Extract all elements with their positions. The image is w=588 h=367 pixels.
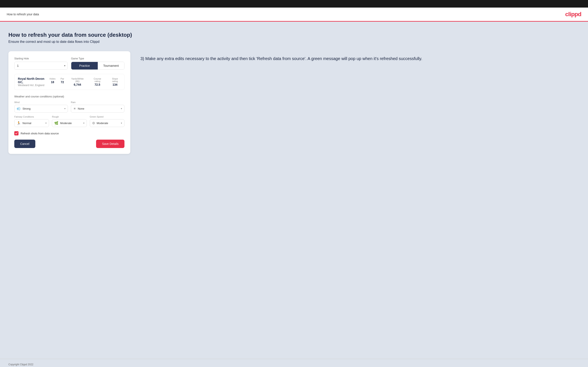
course-rating-value: 72.5	[91, 83, 104, 86]
rough-select-wrapper[interactable]: 🌿 Moderate Light Heavy ▾	[52, 119, 86, 127]
wind-icon: 💨	[17, 107, 21, 111]
refresh-checkbox-row: Refresh shots from data source	[14, 131, 124, 135]
refresh-checkbox[interactable]	[14, 131, 18, 135]
course-stats: Holes 18 Par 72 Yards/White (M)) 6,744 C…	[50, 77, 121, 86]
holes-stat: Holes 18	[50, 77, 55, 86]
rain-col: Rain ☀ None Light Heavy ▾	[71, 101, 124, 113]
course-row: Royal North Devon GC, Westward Ho!, Engl…	[14, 74, 124, 90]
holes-label: Holes	[50, 77, 55, 80]
footer-copyright: Copyright Clippd 2022	[9, 363, 34, 366]
rough-label: Rough	[52, 116, 86, 118]
green-speed-select[interactable]: Moderate Slow Fast	[97, 122, 121, 125]
logo: clippd	[565, 11, 581, 18]
fairway-chevron-icon: ▾	[45, 122, 47, 125]
main-content: How to refresh your data from source (de…	[0, 22, 588, 359]
par-label: Par	[61, 77, 64, 80]
button-row: Cancel Save Details	[14, 140, 124, 148]
starting-hole-select-wrapper[interactable]: 1 2 10 ▾	[14, 62, 68, 70]
rough-col: Rough 🌿 Moderate Light Heavy ▾	[52, 116, 86, 127]
wind-select[interactable]: Strong None Light Moderate	[23, 107, 64, 110]
description-text: 3) Make any extra edits necessary to the…	[140, 55, 579, 62]
form-panel: Starting Hole 1 2 10 ▾ Game Type Practic…	[9, 51, 130, 154]
rough-chevron-icon: ▾	[83, 122, 85, 125]
tournament-button[interactable]: Tournament	[98, 62, 124, 69]
page-subtitle: Ensure the correct and most up to date d…	[9, 40, 579, 44]
rain-icon: ☀	[73, 107, 76, 111]
checkmark-icon	[15, 132, 18, 134]
description-panel: 3) Make any extra edits necessary to the…	[140, 51, 579, 62]
rough-icon: 🌿	[54, 121, 59, 125]
page-title: How to refresh your data from source (de…	[9, 32, 579, 38]
rain-chevron-icon: ▾	[121, 107, 122, 110]
green-speed-select-wrapper[interactable]: ⚙ Moderate Slow Fast ▾	[90, 119, 124, 127]
rain-label: Rain	[71, 101, 124, 103]
par-stat: Par 72	[61, 77, 64, 86]
weather-section-title: Weather and course conditions (optional)	[14, 95, 124, 98]
starting-hole-row: Starting Hole 1 2 10 ▾ Game Type Practic…	[14, 57, 124, 70]
yards-value: 6,744	[69, 83, 86, 86]
yards-label: Yards/White (M))	[69, 77, 86, 83]
course-rating-label: Course rating	[91, 77, 104, 83]
par-value: 72	[61, 80, 64, 84]
footer: Copyright Clippd 2022	[0, 359, 588, 367]
course-rating-stat: Course rating 72.5	[91, 77, 104, 86]
header-title: How to refresh your data	[7, 13, 39, 16]
green-speed-col: Green Speed ⚙ Moderate Slow Fast ▾	[90, 116, 124, 127]
starting-hole-select[interactable]: 1 2 10	[15, 62, 68, 69]
wind-chevron-icon: ▾	[64, 107, 66, 110]
wind-label: Wind	[14, 101, 68, 103]
wind-select-wrapper[interactable]: 💨 Strong None Light Moderate ▾	[14, 105, 68, 113]
slope-rating-stat: Slope rating 134	[109, 77, 121, 86]
header: How to refresh your data clippd	[0, 8, 588, 22]
fairway-select-wrapper[interactable]: 🏃 Normal Soft Hard ▾	[14, 119, 49, 127]
rain-select-wrapper[interactable]: ☀ None Light Heavy ▾	[71, 105, 124, 113]
practice-button[interactable]: Practice	[71, 62, 98, 69]
green-speed-chevron-icon: ▾	[121, 122, 122, 125]
fairway-icon: 🏃	[17, 121, 21, 125]
fairway-select[interactable]: Normal Soft Hard	[23, 122, 45, 125]
slope-rating-value: 134	[109, 83, 121, 86]
conditions-grid-1: Wind 💨 Strong None Light Moderate ▾ Rain	[14, 101, 124, 113]
wind-col: Wind 💨 Strong None Light Moderate ▾	[14, 101, 68, 113]
cancel-button[interactable]: Cancel	[14, 140, 35, 148]
course-info: Royal North Devon GC, Westward Ho!, Engl…	[18, 77, 50, 87]
green-speed-label: Green Speed	[90, 116, 124, 118]
game-type-label: Game Type	[71, 57, 124, 60]
course-name: Royal North Devon GC,	[18, 77, 50, 84]
top-bar	[0, 0, 588, 8]
starting-hole-col: Starting Hole 1 2 10 ▾	[14, 57, 68, 70]
rain-select[interactable]: None Light Heavy	[78, 107, 121, 110]
game-type-buttons: Practice Tournament	[71, 62, 124, 70]
slope-rating-label: Slope rating	[109, 77, 121, 83]
course-location: Westward Ho!, England	[18, 84, 50, 87]
content-area: Starting Hole 1 2 10 ▾ Game Type Practic…	[9, 51, 579, 154]
save-button[interactable]: Save Details	[96, 140, 124, 148]
fairway-col: Fairway Conditions 🏃 Normal Soft Hard ▾	[14, 116, 49, 127]
yards-stat: Yards/White (M)) 6,744	[69, 77, 86, 86]
holes-value: 18	[50, 80, 55, 84]
game-type-col: Game Type Practice Tournament	[71, 57, 124, 70]
starting-hole-label: Starting Hole	[14, 57, 68, 60]
rough-select[interactable]: Moderate Light Heavy	[60, 122, 83, 125]
conditions-grid-2: Fairway Conditions 🏃 Normal Soft Hard ▾ …	[14, 116, 124, 127]
green-speed-icon: ⚙	[92, 121, 95, 125]
fairway-label: Fairway Conditions	[14, 116, 49, 118]
refresh-checkbox-label: Refresh shots from data source	[21, 132, 59, 135]
